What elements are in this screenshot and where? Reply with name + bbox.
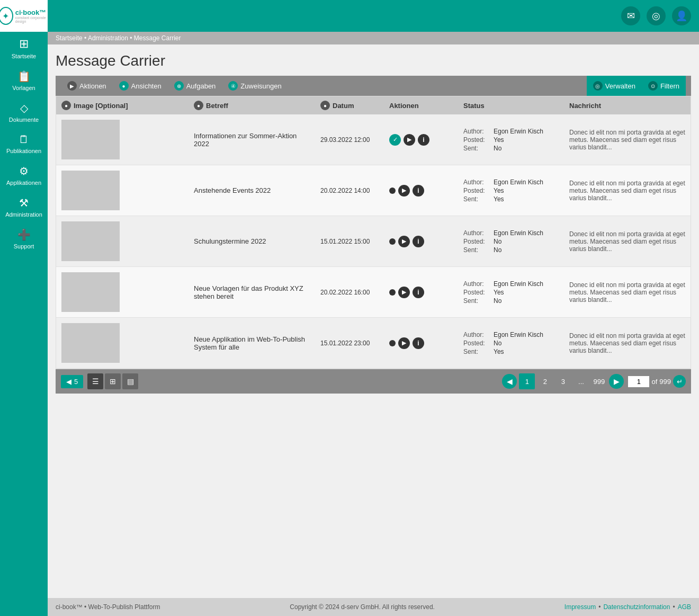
cell-subject-3: Neue Vorlagen für das Produkt XYZ stehen… xyxy=(189,267,315,317)
user-button[interactable]: 👤 xyxy=(672,6,691,25)
sidebar-item-administration[interactable]: ⚒ Administration xyxy=(0,191,48,223)
compact-view-button[interactable]: ▤ xyxy=(122,373,138,389)
sidebar-item-dokumente[interactable]: ◇ Dokumente xyxy=(0,96,48,128)
action-play-icon-1[interactable]: ▶ xyxy=(398,185,410,197)
cell-actions-4: ▶ i xyxy=(384,318,458,368)
cell-status-4: Author: Egon Erwin Kisch Posted: No Sent… xyxy=(458,318,564,368)
action-play-icon-0[interactable]: ▶ xyxy=(404,134,415,146)
logo-text: ci·book™ constant corporate design xyxy=(15,9,50,23)
action-play-icon-4[interactable]: ▶ xyxy=(398,337,410,349)
email-button[interactable]: ✉ xyxy=(621,6,640,25)
page-1-button[interactable]: 1 xyxy=(519,373,535,389)
action-dot-icon xyxy=(389,188,396,194)
status-posted-value: Yes xyxy=(494,136,543,144)
image-placeholder-3 xyxy=(61,272,120,312)
main-content: ✉ ◎ 👤 Startseite • Administration • Mess… xyxy=(48,0,699,616)
grid-view-button[interactable]: ⊞ xyxy=(105,373,121,389)
header-datum: ● Datum xyxy=(315,96,384,114)
impressum-link[interactable]: Impressum xyxy=(564,603,596,611)
cell-subject-4: Neue Applikation im Web-To-Publish Syste… xyxy=(189,318,315,368)
footer-sep-1: • xyxy=(598,603,601,611)
page-2-button[interactable]: 2 xyxy=(537,373,553,389)
image-placeholder-1 xyxy=(61,171,120,210)
agb-link[interactable]: AGB xyxy=(678,603,691,611)
table-row: Neue Applikation im Web-To-Publish Syste… xyxy=(56,318,691,369)
prev-page-button[interactable]: ◀ xyxy=(502,374,517,389)
cell-date-1: 20.02.2022 14:00 xyxy=(315,165,384,216)
aufgaben-button[interactable]: ⊕ Aufgaben xyxy=(168,76,222,96)
sidebar-label-applikationen: Applikationen xyxy=(6,180,41,186)
status-author-label: Author: xyxy=(463,331,492,338)
page-last-button[interactable]: 999 xyxy=(591,373,607,389)
cell-date-4: 15.01.2022 23:00 xyxy=(315,318,384,368)
zuweisungen-button[interactable]: ④ Zuweisungen xyxy=(222,76,288,96)
page-goto-button[interactable]: ↵ xyxy=(673,375,686,388)
action-info-icon-1[interactable]: i xyxy=(413,185,424,197)
status-author-value: Egon Erwin Kisch xyxy=(494,178,543,186)
header-nachricht: Nachricht xyxy=(564,96,691,114)
page-content: Message Carrier ▶ Aktionen ● Ansichten ⊕… xyxy=(48,44,699,598)
cell-message-0: Donec id elit non mi porta gravida at eg… xyxy=(564,114,691,165)
status-author-label: Author: xyxy=(463,128,492,135)
status-author-label: Author: xyxy=(463,229,492,237)
next-page-button[interactable]: ▶ xyxy=(609,374,624,389)
status-author-value: Egon Erwin Kisch xyxy=(494,331,543,338)
sort-icon-datum[interactable]: ● xyxy=(320,101,330,110)
toolbar: ▶ Aktionen ● Ansichten ⊕ Aufgaben ④ Zuwe… xyxy=(56,76,691,96)
ansichten-button[interactable]: ● Ansichten xyxy=(113,76,168,96)
action-check-icon[interactable]: ✓ xyxy=(389,134,401,146)
sidebar-item-publikationen[interactable]: 🗒 Publikationen xyxy=(0,128,48,159)
vorlagen-icon: 📋 xyxy=(17,70,31,83)
table-body: Informationen zur Sommer-Aktion 2022 29.… xyxy=(56,114,691,369)
page-size-value: 5 xyxy=(74,378,78,386)
aktionen-icon: ▶ xyxy=(67,81,77,91)
aktionen-button[interactable]: ▶ Aktionen xyxy=(61,76,113,96)
image-placeholder-2 xyxy=(61,221,120,261)
page-3-button[interactable]: 3 xyxy=(555,373,571,389)
sort-icon-image[interactable]: ● xyxy=(61,101,71,110)
cell-status-3: Author: Egon Erwin Kisch Posted: Yes Sen… xyxy=(458,267,564,317)
action-play-icon-3[interactable]: ▶ xyxy=(398,287,410,298)
status-author-label: Author: xyxy=(463,178,492,186)
cell-date-0: 29.03.2022 12:00 xyxy=(315,114,384,165)
sidebar-label-administration: Administration xyxy=(5,211,42,218)
toolbar-right: ◎ Verwalten ⊙ Filtern xyxy=(587,76,686,96)
status-sent-label: Sent: xyxy=(463,297,492,305)
sidebar-item-applikationen[interactable]: ⚙ Applikationen xyxy=(0,159,48,191)
datenschutz-link[interactable]: Datenschutzinformation xyxy=(603,603,670,611)
sidebar-label-dokumente: Dokumente xyxy=(9,117,39,123)
header-aktionen: Aktionen xyxy=(384,96,458,114)
zuweisungen-icon: ④ xyxy=(228,81,238,91)
cell-date-2: 15.01.2022 15:00 xyxy=(315,216,384,266)
cell-message-4: Donec id elit non mi porta gravida at eg… xyxy=(564,318,691,368)
dokumente-icon: ◇ xyxy=(20,102,28,114)
list-view-button[interactable]: ☰ xyxy=(87,373,103,389)
header-image: ● Image [Optional] xyxy=(56,96,189,114)
compass-button[interactable]: ◎ xyxy=(647,6,666,25)
table-row: Neue Vorlagen für das Produkt XYZ stehen… xyxy=(56,267,691,318)
sort-icon-betreff[interactable]: ● xyxy=(194,101,203,110)
sidebar-item-startseite[interactable]: ⊞ Startseite xyxy=(0,32,48,65)
pagination-bar: ◀ 5 ☰ ⊞ ▤ ◀ 1 2 3 ... 999 ▶ of 999 ↵ xyxy=(56,369,691,394)
sidebar-item-vorlagen[interactable]: 📋 Vorlagen xyxy=(0,65,48,96)
filtern-button[interactable]: ⊙ Filtern xyxy=(642,76,686,96)
page-goto-input[interactable] xyxy=(628,376,649,387)
action-play-icon-2[interactable]: ▶ xyxy=(398,236,410,247)
image-placeholder-0 xyxy=(61,120,120,159)
page-goto: of 999 ↵ xyxy=(628,375,686,388)
status-author-value: Egon Erwin Kisch xyxy=(494,280,543,288)
sidebar-item-support[interactable]: ➕ Support xyxy=(0,223,48,255)
status-posted-label: Posted: xyxy=(463,238,492,245)
page-size-button[interactable]: ◀ 5 xyxy=(61,375,83,388)
footer: ci-book™ • Web-To-Publish Plattform Copy… xyxy=(48,598,699,616)
action-info-icon-0[interactable]: i xyxy=(418,134,429,146)
verwalten-icon: ◎ xyxy=(593,81,603,91)
verwalten-button[interactable]: ◎ Verwalten xyxy=(587,76,642,96)
startseite-icon: ⊞ xyxy=(19,37,29,51)
action-info-icon-3[interactable]: i xyxy=(413,287,424,298)
status-sent-value: No xyxy=(494,246,543,254)
action-info-icon-4[interactable]: i xyxy=(413,337,424,349)
action-info-icon-2[interactable]: i xyxy=(413,236,424,247)
cell-subject-0: Informationen zur Sommer-Aktion 2022 xyxy=(189,114,315,165)
cell-status-2: Author: Egon Erwin Kisch Posted: No Sent… xyxy=(458,216,564,266)
